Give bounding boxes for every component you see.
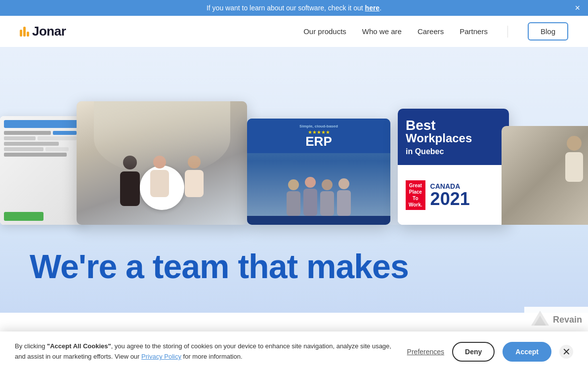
nav-item-partners[interactable]: Partners xyxy=(460,27,488,36)
body xyxy=(185,170,204,197)
nav-item-careers[interactable]: Careers xyxy=(418,27,444,36)
nav-item-who-we-are[interactable]: Who we are xyxy=(362,27,402,36)
screenshot-cell xyxy=(4,131,51,135)
body xyxy=(287,191,300,216)
nav-link-our-products[interactable]: Our products xyxy=(303,27,346,36)
hero-text-section: We're a team that makes xyxy=(0,225,588,313)
body xyxy=(303,189,317,216)
simple-cloud-label: Simple, cloud-based xyxy=(299,124,338,128)
svg-marker-0 xyxy=(531,311,549,313)
nav-link-careers[interactable]: Careers xyxy=(418,27,444,36)
logo-link[interactable]: Jonar xyxy=(20,24,66,39)
tradeshow-person-3 xyxy=(320,179,334,216)
body xyxy=(337,190,351,216)
nav-item-our-products[interactable]: Our products xyxy=(303,27,346,36)
meeting-image xyxy=(77,101,247,225)
nav-links: Our products Who we are Careers Partners… xyxy=(303,26,568,38)
award-best-text: Best xyxy=(406,119,501,132)
nav-divider xyxy=(507,26,508,38)
tradeshow-people-group xyxy=(287,177,351,216)
head xyxy=(567,136,582,151)
award-workplaces-text: Workplaces xyxy=(406,132,501,144)
tradeshow-person-4 xyxy=(337,178,351,216)
logo-bar-3 xyxy=(27,32,29,37)
screenshot-row-2 xyxy=(4,136,83,140)
nav-item-blog[interactable]: Blog xyxy=(528,27,568,36)
tradeshow-banner-top: Simple, cloud-based ★★★★★ ERP xyxy=(247,119,390,153)
screenshot-row-4 xyxy=(4,147,83,151)
tradeshow-table xyxy=(247,216,390,225)
tradeshow-person-2 xyxy=(303,177,317,216)
logo-bar-2 xyxy=(23,27,26,37)
screenshot-cell-7 xyxy=(4,153,67,157)
partial-right-inner xyxy=(502,126,588,225)
partial-person xyxy=(565,136,583,182)
screenshot-cell-2 xyxy=(4,136,36,140)
award-inner: Best Workplaces in Quebec Great Place To… xyxy=(398,109,509,225)
screenshot-cell-blue xyxy=(53,131,77,135)
announcement-banner: If you want to learn about our software,… xyxy=(0,0,588,16)
head xyxy=(338,178,349,189)
banner-text: If you want to learn about our software,… xyxy=(207,4,381,12)
gptw-badge: Great Place To Work. xyxy=(406,180,425,210)
nav-link-blog[interactable]: Blog xyxy=(528,22,568,41)
award-image: Best Workplaces in Quebec Great Place To… xyxy=(398,109,509,225)
erp-label: ERP xyxy=(305,135,332,148)
screenshot-row-3 xyxy=(4,142,83,146)
screenshot-cell-6 xyxy=(45,147,69,151)
award-year-text: 2021 xyxy=(430,190,501,208)
screenshot-cta xyxy=(4,212,43,221)
window-light xyxy=(94,101,230,175)
hero-section: Simple, cloud-based ★★★★★ ERP xyxy=(0,47,588,313)
banner-close-button[interactable]: × xyxy=(575,3,580,12)
tradeshow-inner: Simple, cloud-based ★★★★★ ERP xyxy=(247,119,390,225)
body xyxy=(120,171,140,206)
logo-icon xyxy=(20,27,29,37)
head xyxy=(288,179,299,190)
screenshot-cell-5 xyxy=(4,147,43,151)
screenshot-row-1 xyxy=(4,131,83,135)
screenshot-inner xyxy=(0,116,86,225)
award-canada-2021: CANADA 2021 xyxy=(430,182,501,208)
logo-text: Jonar xyxy=(32,24,66,39)
partial-right-image xyxy=(502,126,588,225)
hero-heading: We're a team that makes xyxy=(30,249,558,283)
meeting-inner xyxy=(77,101,247,225)
award-top: Best Workplaces in Quebec xyxy=(398,109,509,165)
body xyxy=(320,191,334,216)
image-collage: Simple, cloud-based ★★★★★ ERP xyxy=(0,67,588,225)
logo-bar-1 xyxy=(20,30,22,37)
revain-icon xyxy=(530,310,550,313)
screenshot-cell-4 xyxy=(4,142,59,146)
main-nav: Jonar Our products Who we are Careers Pa… xyxy=(0,16,588,47)
body xyxy=(565,152,583,182)
award-in-quebec-text: in Quebec xyxy=(406,146,501,157)
screenshot-row-5 xyxy=(4,153,83,157)
screenshot-cell-3 xyxy=(38,136,77,140)
tradeshow-image: Simple, cloud-based ★★★★★ ERP xyxy=(247,119,390,225)
screenshot-image xyxy=(0,116,86,225)
head xyxy=(322,179,333,190)
screenshot-header xyxy=(4,120,83,128)
revain-watermark: Revain xyxy=(524,307,588,313)
banner-link[interactable]: here xyxy=(365,4,380,12)
award-bottom: Great Place To Work. CANADA 2021 xyxy=(398,165,509,225)
head xyxy=(305,177,316,188)
tradeshow-person-1 xyxy=(287,179,300,216)
nav-link-who-we-are[interactable]: Who we are xyxy=(362,27,402,36)
gptw-box: Great Place To Work. xyxy=(406,180,425,210)
nav-link-partners[interactable]: Partners xyxy=(460,27,488,36)
